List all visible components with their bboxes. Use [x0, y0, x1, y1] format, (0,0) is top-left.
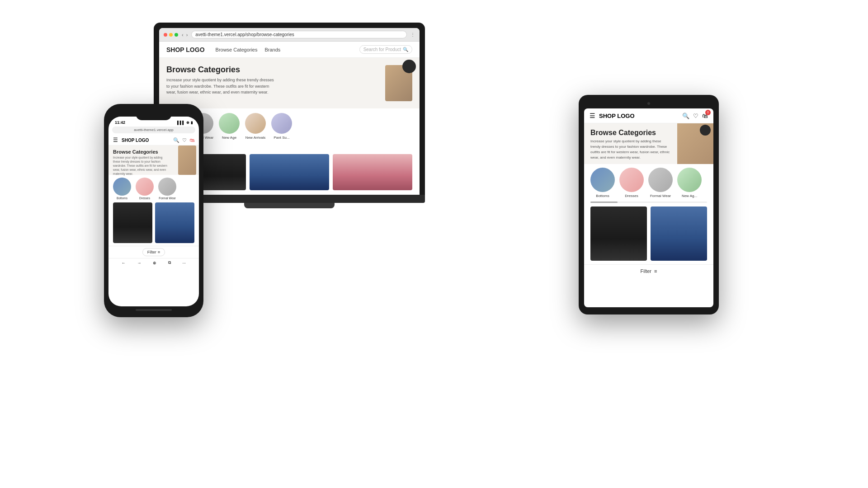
tablet-product-2[interactable]: [651, 206, 707, 261]
tablet-cat-label-dresses: Dresses: [625, 194, 638, 198]
phone-nav-icons: 🔍 ♡ 🛍: [173, 137, 194, 143]
phone-bottom-bar: ← → ⊕ ⧉ ···: [108, 258, 199, 267]
hero-title: Browse Categories: [166, 65, 385, 75]
phone-logo: SHOP LOGO: [122, 138, 149, 143]
add-icon[interactable]: ⊕: [153, 261, 156, 265]
tablet-model-hat: [700, 125, 711, 136]
tablet-hero-image: [677, 123, 713, 164]
tablet-cat-dresses[interactable]: Dresses: [619, 168, 644, 198]
hero-image: [385, 65, 412, 101]
copy-icon[interactable]: ⧉: [168, 260, 171, 265]
tablet-cat-new-age[interactable]: New Ag...: [677, 168, 702, 198]
phone-url-bar[interactable]: avetti-theme1.vercel.app: [112, 127, 195, 133]
phone-home-indicator[interactable]: [136, 309, 172, 311]
filter-icon: ≡: [158, 250, 160, 254]
phone-cat-label-bottoms: Bottoms: [117, 197, 127, 200]
search-icon: 🔍: [403, 47, 408, 52]
phone-status-icons: ▌▌▌ ⊕ ▮: [177, 121, 193, 125]
signal-icon: ▌▌▌: [177, 121, 185, 125]
phone-cat-label-formal: Formal Wear: [159, 197, 175, 200]
tablet-search-icon[interactable]: 🔍: [682, 113, 689, 119]
tablet-filter-bar: Filter ≡: [584, 264, 713, 277]
tablet-nav-icons: 🔍 ♡ 🛍 0: [682, 113, 708, 119]
tablet-cat-circle-dresses: [619, 168, 644, 192]
phone-products: [108, 202, 199, 246]
tablet-navbar: ☰ SHOP LOGO 🔍 ♡ 🛍 0: [584, 108, 713, 123]
phone-filter-button[interactable]: Filter ≡: [142, 248, 165, 256]
nav-browse[interactable]: Browse Categories: [216, 47, 258, 52]
tablet-logo: SHOP LOGO: [599, 113, 635, 119]
phone-product-2[interactable]: [155, 202, 194, 243]
search-bar[interactable]: Search for Product 🔍: [359, 45, 412, 54]
scene: ‹› avetti-theme1.vercel.app/shop/browse-…: [0, 0, 868, 488]
tablet-products: [584, 203, 713, 264]
category-pant[interactable]: Pant Su...: [271, 113, 292, 140]
nav-links: Browse Categories Brands: [216, 47, 281, 52]
browser-url-bar[interactable]: avetti-theme1.vercel.app/shop/browse-cat…: [191, 31, 407, 38]
tablet-wishlist-icon[interactable]: ♡: [693, 113, 698, 119]
tablet-hero-title: Browse Categories: [590, 129, 672, 137]
category-new-arrivals[interactable]: New Arrivals: [245, 113, 266, 140]
site-logo: SHOP LOGO: [166, 46, 205, 53]
search-placeholder: Search for Product: [363, 47, 401, 52]
tablet-camera: [647, 102, 650, 105]
battery-icon: ▮: [191, 121, 193, 125]
phone-cat-bottoms[interactable]: Bottoms: [113, 178, 131, 200]
phone-cat-circle-bottoms: [113, 178, 131, 196]
cart-icon[interactable]: 🛍: [189, 137, 194, 143]
tablet-cat-label-new-age: New Ag...: [682, 194, 697, 198]
phone-hero: Browse Categories Increase your style qu…: [108, 145, 199, 175]
tablet-filter-icon[interactable]: ≡: [654, 268, 657, 274]
tablet-screen: ☰ SHOP LOGO 🔍 ♡ 🛍 0 Browse Categories: [584, 108, 713, 307]
tablet-cat-circle-formal: [648, 168, 673, 192]
back-icon[interactable]: ←: [122, 261, 126, 265]
tablet-hero: Browse Categories Increase your style qu…: [584, 123, 713, 164]
tablet-hero-desc: Increase your style quotient by adding t…: [590, 139, 672, 160]
hero-description: Increase your style quotient by adding t…: [166, 77, 275, 96]
phone-hero-text: Browse Categories Increase your style qu…: [113, 149, 167, 171]
category-label-new-age: New Age: [222, 136, 236, 140]
product-card-2[interactable]: [250, 154, 329, 190]
search-icon[interactable]: 🔍: [173, 137, 179, 143]
tablet-cat-label-bottoms: Bottoms: [596, 194, 609, 198]
category-label-new-arrivals: New Arrivals: [245, 136, 265, 140]
category-circle-pant: [271, 113, 292, 134]
hero-section: Browse Categories Increase your style qu…: [159, 58, 420, 108]
tablet-cat-circle-bottoms: [590, 168, 615, 192]
tablet-cart-badge[interactable]: 🛍 0: [702, 113, 708, 119]
phone-device: 11:42 ▌▌▌ ⊕ ▮ avetti-theme1.vercel.app ☰…: [104, 104, 203, 317]
tablet-hamburger-icon[interactable]: ☰: [590, 112, 595, 119]
product-card-3[interactable]: [333, 154, 412, 190]
cart-count: 0: [705, 110, 711, 115]
tablet-cat-formal[interactable]: Formal Wear: [648, 168, 673, 198]
phone-hero-image: [178, 145, 196, 175]
phone-cat-circle-formal: [158, 178, 176, 196]
browser-bar: ‹› avetti-theme1.vercel.app/shop/browse-…: [159, 28, 420, 42]
wifi-icon: ⊕: [186, 121, 189, 125]
phone-time: 11:42: [115, 120, 125, 125]
tablet-cat-bottoms[interactable]: Bottoms: [590, 168, 615, 198]
phone-screen: 11:42 ▌▌▌ ⊕ ▮ avetti-theme1.vercel.app ☰…: [108, 117, 199, 306]
tablet-device: ☰ SHOP LOGO 🔍 ♡ 🛍 0 Browse Categories: [579, 95, 719, 314]
phone-body: 11:42 ▌▌▌ ⊕ ▮ avetti-theme1.vercel.app ☰…: [104, 104, 203, 317]
tablet-product-1[interactable]: [590, 206, 647, 261]
phone-hero-desc: Increase your style quotient by adding t…: [113, 155, 167, 176]
laptop-stand: [244, 203, 335, 208]
maximize-dot: [175, 33, 178, 37]
wishlist-icon[interactable]: ♡: [182, 137, 187, 143]
category-circle-new-arrivals: [245, 113, 266, 134]
hamburger-icon[interactable]: ☰: [113, 137, 118, 143]
more-icon[interactable]: ···: [183, 261, 186, 265]
category-label-pant: Pant Su...: [274, 136, 290, 140]
category-new-age[interactable]: New Age: [219, 113, 240, 140]
hero-text: Browse Categories Increase your style qu…: [166, 65, 385, 101]
phone-notch: [136, 110, 172, 120]
phone-cat-dresses[interactable]: Dresses: [136, 178, 154, 200]
browser-nav-arrows: ‹›: [182, 32, 188, 38]
forward-icon[interactable]: →: [137, 261, 142, 265]
tablet-cat-label-formal: Formal Wear: [650, 194, 671, 198]
nav-brands[interactable]: Brands: [264, 47, 280, 52]
minimize-dot: [169, 33, 173, 37]
phone-product-1[interactable]: [113, 202, 152, 243]
phone-cat-formal[interactable]: Formal Wear: [158, 178, 176, 200]
